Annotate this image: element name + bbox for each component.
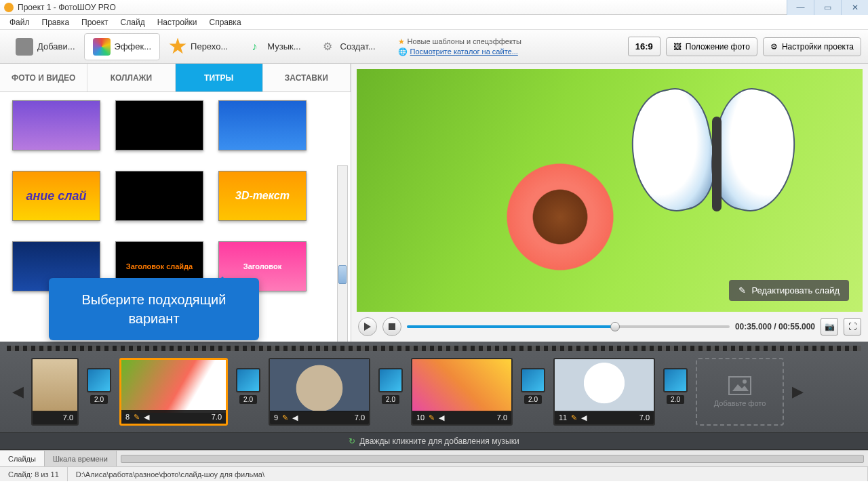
content-tabs: ФОТО И ВИДЕО КОЛЛАЖИ ТИТРЫ ЗАСТАВКИ [0, 64, 351, 92]
tip-new-templates: Новые шаблоны и спецэффекты [408, 37, 521, 45]
transition-thumb[interactable]: 2.0 [377, 368, 404, 415]
timeline-next[interactable]: ▶ [791, 365, 804, 419]
preview-canvas[interactable]: Редактировать слайд [357, 69, 863, 312]
menu-slide[interactable]: Слайд [115, 16, 151, 28]
transitions-button[interactable]: Перехо... [160, 33, 237, 60]
timeline-hscroll[interactable] [117, 451, 868, 466]
tab-intros[interactable]: ЗАСТАВКИ [263, 64, 351, 92]
tab-timeline-view[interactable]: Шкала времени [45, 451, 117, 466]
menu-settings[interactable]: Настройки [152, 16, 203, 28]
main-toolbar: Добави... Эффек... Перехо... ♪Музык... ⚙… [0, 30, 868, 64]
statusbar: Слайд: 8 из 11 D:\Алиса\работа\разное\фо… [0, 466, 868, 481]
music-button[interactable]: ♪Музык... [237, 33, 309, 60]
photo-position-button[interactable]: 🖼Положение фото [666, 37, 757, 56]
create-button[interactable]: ⚙Создат... [310, 33, 384, 60]
close-button[interactable]: ✕ [841, 0, 868, 15]
add-button[interactable]: Добави... [7, 33, 84, 60]
minimize-button[interactable]: — [787, 0, 814, 15]
preview-panel: Редактировать слайд 00:35.000 / 00:55.00… [351, 64, 868, 342]
transition-thumb[interactable]: 2.0 [662, 368, 689, 415]
palette-icon [93, 38, 111, 56]
template-thumb[interactable] [115, 100, 203, 150]
camera-icon [16, 38, 33, 56]
template-thumb[interactable] [218, 100, 307, 150]
bottom-tabs: Слайды Шкала времени [0, 450, 868, 466]
gear-icon: ⚙ [770, 42, 778, 52]
maximize-button[interactable]: ▭ [814, 0, 841, 15]
project-settings-button[interactable]: ⚙Настройки проекта [763, 37, 861, 56]
svg-rect-1 [389, 323, 395, 330]
tip-catalog-link[interactable]: Посмотрите каталог на сайте... [410, 47, 518, 56]
template-thumb[interactable] [115, 171, 203, 221]
slide-thumb[interactable]: 8✎◀7.0 [119, 358, 228, 426]
transition-thumb[interactable]: 2.0 [235, 368, 262, 415]
svg-marker-3 [732, 384, 749, 391]
grid-scrollbar[interactable] [337, 165, 348, 348]
snapshot-button[interactable]: 📷 [821, 318, 838, 336]
play-button[interactable] [358, 317, 377, 336]
image-icon: 🖼 [673, 42, 682, 52]
add-photo-placeholder[interactable]: Добавьте фото [696, 358, 784, 426]
aspect-ratio-button[interactable]: 16:9 [628, 37, 660, 56]
scrollbar-thumb[interactable] [338, 265, 347, 284]
template-thumb[interactable]: 3D-текст [218, 171, 307, 221]
timeline-prev[interactable]: ◀ [11, 365, 24, 419]
refresh-icon: ↻ [349, 436, 355, 446]
edit-slide-button[interactable]: Редактировать слайд [729, 280, 849, 301]
menu-file[interactable]: Файл [4, 16, 35, 28]
tab-titles[interactable]: ТИТРЫ [176, 64, 263, 92]
preview-image [357, 69, 863, 312]
titlebar: Проект 1 - ФотоШОУ PRO — ▭ ✕ [0, 0, 868, 15]
tab-slides-view[interactable]: Слайды [0, 451, 45, 466]
effects-button[interactable]: Эффек... [84, 33, 161, 60]
svg-marker-0 [364, 323, 371, 331]
menu-project[interactable]: Проект [76, 16, 114, 28]
tab-collages[interactable]: КОЛЛАЖИ [87, 64, 175, 92]
slide-thumb[interactable]: 11✎◀7.0 [553, 358, 655, 426]
slides-row: ◀ 7.02.08✎◀7.02.09✎◀7.02.010✎◀7.02.011✎◀… [0, 351, 868, 432]
fullscreen-button[interactable]: ⛶ [844, 318, 861, 336]
time-display: 00:35.000 / 00:55.000 [735, 322, 815, 331]
transition-thumb[interactable]: 2.0 [85, 368, 113, 415]
hint-callout: Выберите подходящий вариант [49, 278, 259, 340]
filmstrip-top [7, 346, 861, 351]
pencil-icon [738, 285, 746, 296]
svg-rect-2 [729, 377, 751, 394]
seek-knob[interactable] [610, 322, 620, 331]
template-thumb[interactable] [12, 100, 100, 150]
menubar: Файл Правка Проект Слайд Настройки Справ… [0, 15, 868, 30]
transition-thumb[interactable]: 2.0 [519, 368, 547, 415]
star-icon [169, 38, 186, 56]
app-icon [4, 3, 14, 12]
tab-photo-video[interactable]: ФОТО И ВИДЕО [0, 64, 87, 92]
music-track[interactable]: ↻ Дважды кликните для добавления музыки [0, 432, 868, 450]
timeline: ◀ 7.02.08✎◀7.02.09✎◀7.02.010✎◀7.02.011✎◀… [0, 342, 868, 450]
seek-bar[interactable] [407, 325, 730, 328]
star-small-icon: ★ [398, 37, 405, 46]
window-title: Проект 1 - ФотоШОУ PRO [18, 3, 116, 12]
status-path: D:\Алиса\работа\разное\фото\слайд-шоу дл… [68, 467, 868, 481]
tips-area: ★Новые шаблоны и спецэффекты 🌐Посмотрите… [398, 37, 521, 56]
playback-bar: 00:35.000 / 00:55.000 📷 ⛶ [351, 312, 868, 342]
template-thumb[interactable]: ание слай [12, 171, 100, 221]
menu-edit[interactable]: Правка [37, 16, 75, 28]
menu-help[interactable]: Справка [203, 16, 246, 28]
slide-thumb[interactable]: 9✎◀7.0 [269, 358, 370, 426]
globe-icon: 🌐 [398, 47, 408, 56]
svg-point-4 [743, 380, 747, 384]
gear-icon: ⚙ [319, 38, 336, 56]
stop-button[interactable] [382, 317, 401, 336]
slide-thumb[interactable]: 10✎◀7.0 [411, 358, 513, 426]
music-note-icon: ♪ [245, 38, 263, 56]
status-slide-count: Слайд: 8 из 11 [0, 467, 68, 481]
slide-thumb[interactable]: 7.0 [31, 358, 79, 426]
